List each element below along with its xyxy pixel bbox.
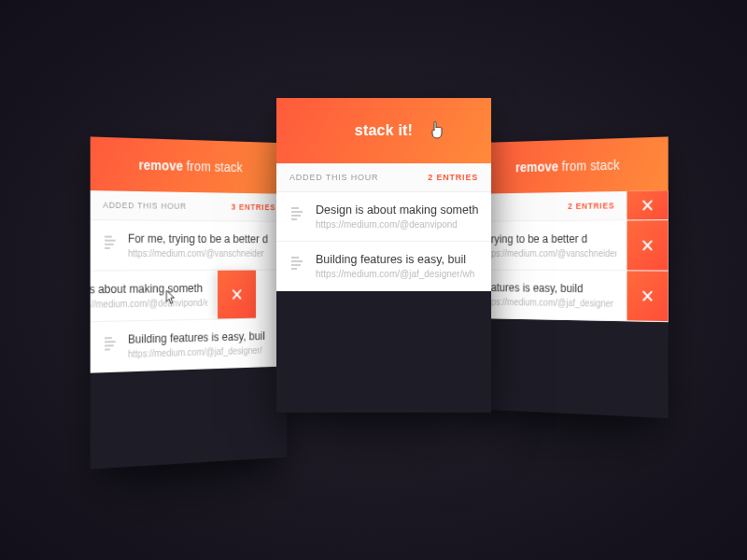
subbar-label: ADDED THIS HOUR bbox=[103, 201, 187, 211]
document-icon bbox=[103, 234, 117, 249]
card-base bbox=[276, 291, 491, 413]
stage: remove from stack ADDED THIS HOUR 3 ENTR… bbox=[0, 0, 747, 560]
document-icon bbox=[289, 255, 304, 270]
item-title: features is easy, build bbox=[483, 281, 616, 295]
card-stack-it: stack it! ADDED THIS HOUR 2 ENTRIES Desi… bbox=[276, 98, 491, 413]
list-item[interactable]: Building features is easy, buil https://… bbox=[91, 318, 288, 373]
header-strong: remove bbox=[138, 157, 183, 173]
delete-button[interactable] bbox=[627, 271, 668, 321]
item-title: For me, trying to be a better d bbox=[128, 232, 275, 246]
card-header[interactable]: stack it! bbox=[276, 98, 491, 163]
card-header: remove from stack bbox=[91, 136, 288, 193]
section-subbar: ADDED THIS HOUR 2 ENTRIES bbox=[276, 163, 491, 192]
card-remove-buttons: remove from stack 2 ENTRIES , trying to … bbox=[471, 136, 668, 418]
item-title: Building features is easy, buil bbox=[128, 329, 275, 346]
list-item[interactable]: Building features is easy, buil https://… bbox=[276, 242, 491, 291]
delete-button[interactable] bbox=[627, 220, 668, 271]
list-item[interactable]: features is easy, build https://medium.c… bbox=[471, 270, 668, 322]
list-item[interactable]: , trying to be a better d https://medium… bbox=[471, 220, 668, 272]
list-item-swiped[interactable]: ign is about making someth https://mediu… bbox=[91, 271, 256, 323]
list-item[interactable]: Design is about making someth https://me… bbox=[276, 192, 491, 242]
close-icon bbox=[232, 288, 242, 300]
card-remove-swipe: remove from stack ADDED THIS HOUR 3 ENTR… bbox=[91, 136, 288, 469]
item-url: https://medium.com/@jaf_designer/ bbox=[128, 344, 275, 359]
subbar-label: ADDED THIS HOUR bbox=[289, 173, 378, 182]
item-title: , trying to be a better d bbox=[483, 232, 616, 245]
header-light: it! bbox=[394, 122, 413, 138]
delete-button[interactable] bbox=[627, 190, 668, 219]
close-icon bbox=[642, 240, 654, 251]
item-url: https://medium.com/@vanschneider bbox=[483, 248, 616, 259]
item-title: Design is about making someth bbox=[316, 203, 478, 217]
item-url: https://medium.com/@deanvipond bbox=[316, 219, 478, 230]
section-subbar: 2 ENTRIES bbox=[471, 190, 668, 222]
header-light: from stack bbox=[183, 159, 243, 175]
list-item[interactable]: For me, trying to be a better d https://… bbox=[91, 220, 288, 272]
close-icon bbox=[642, 200, 654, 211]
item-url: https://medium.com/@deanvipond/ex bbox=[91, 298, 208, 310]
section-subbar: ADDED THIS HOUR 3 ENTRIES bbox=[91, 190, 288, 222]
document-icon bbox=[103, 335, 117, 351]
card-header: remove from stack bbox=[471, 136, 668, 193]
close-icon bbox=[642, 290, 654, 301]
subbar-count: 2 ENTRIES bbox=[428, 173, 478, 182]
card-base bbox=[471, 318, 668, 418]
item-url: https://medium.com/@jaf_designer/wh bbox=[316, 269, 478, 279]
item-url: https://medium.com/@vanschneider bbox=[128, 248, 275, 259]
subbar-count: 2 ENTRIES bbox=[568, 201, 614, 211]
pointer-cursor-icon bbox=[430, 120, 444, 139]
header-light: from stack bbox=[558, 157, 620, 174]
card-base bbox=[91, 366, 288, 469]
document-icon bbox=[289, 205, 304, 220]
header-strong: stack bbox=[355, 122, 394, 138]
subbar-count: 3 ENTRIES bbox=[232, 203, 275, 212]
item-title: ign is about making someth bbox=[91, 282, 208, 297]
item-title: Building features is easy, buil bbox=[316, 253, 478, 266]
delete-button[interactable] bbox=[218, 271, 256, 319]
header-strong: remove bbox=[515, 159, 558, 175]
item-url: https://medium.com/@jaf_designer bbox=[483, 297, 616, 309]
